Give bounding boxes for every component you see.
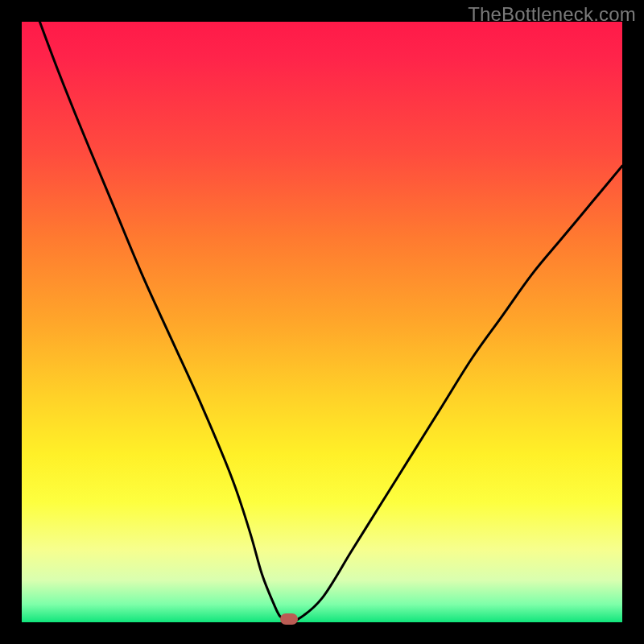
- optimal-marker: [280, 613, 298, 625]
- bottleneck-curve: [39, 22, 622, 621]
- plot-area: [22, 22, 622, 622]
- curve-svg: [22, 22, 622, 622]
- chart-frame: TheBottleneck.com: [0, 0, 644, 644]
